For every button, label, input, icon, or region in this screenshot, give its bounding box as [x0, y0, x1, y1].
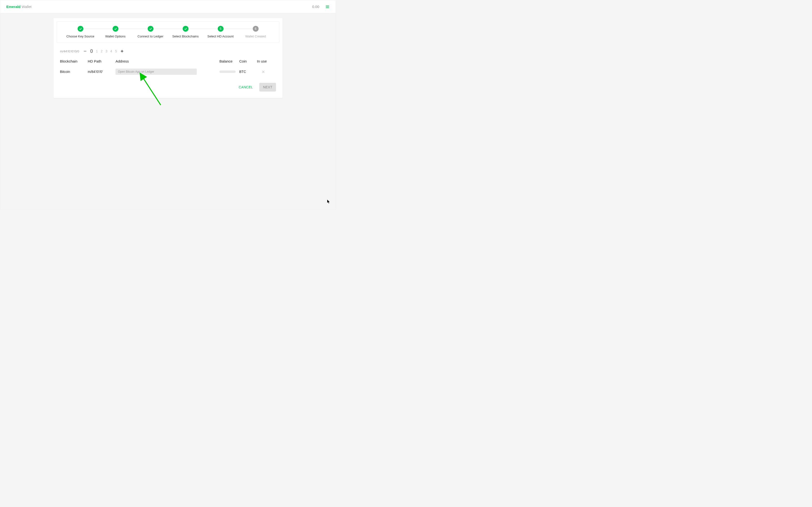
pager-minus-icon[interactable] [83, 49, 87, 53]
pager-page-1[interactable]: 1 [96, 49, 98, 53]
cell-blockchain: Bitcoin [60, 70, 88, 74]
hd-path-row: m/44'/0'/0'/0/0 0 1 2 3 4 5 [53, 48, 283, 54]
col-inuse: In use [257, 59, 270, 63]
step-label: Connect to Ledger [138, 35, 163, 38]
step-number-pending: 6 [253, 26, 259, 32]
cell-hdpath: m/84'/0'/0' [88, 70, 115, 74]
step-label: Wallet Options [105, 35, 125, 38]
step-choose-key-source: Choose Key Source [63, 26, 98, 38]
header-balance: 0.00 [312, 5, 319, 9]
step-label: Choose Key Source [66, 35, 95, 38]
app-header: Emerald Wallet 0.00 [0, 0, 336, 13]
stepper: Choose Key Source Wallet Options Connect… [63, 26, 273, 38]
pager-plus-icon[interactable] [120, 49, 124, 53]
pager-page-4[interactable]: 4 [110, 49, 112, 53]
main-content: Choose Key Source Wallet Options Connect… [0, 13, 336, 98]
header-right: 0.00 [312, 5, 329, 9]
check-icon [78, 26, 83, 32]
col-balance: Balance [219, 59, 239, 63]
step-select-blockchains: Select Blockchains [168, 26, 203, 38]
col-blockchain: Blockchain [60, 59, 88, 63]
close-icon[interactable] [257, 70, 270, 74]
table-header: Blockchain HD Path Address Balance Coin … [60, 58, 276, 68]
cancel-button[interactable]: CANCEL [235, 83, 257, 92]
pager-page-5[interactable]: 5 [115, 49, 117, 53]
pager-page-2[interactable]: 2 [101, 49, 103, 53]
account-pager: 0 1 2 3 4 5 [83, 48, 124, 54]
pager-page-0[interactable]: 0 [90, 48, 93, 54]
step-wallet-options: Wallet Options [98, 26, 133, 38]
step-wallet-created: 6 Wallet Created [238, 26, 273, 38]
col-coin: Coin [239, 59, 257, 63]
cell-address: Open Bitcoin App on Ledger [115, 68, 219, 75]
brand-primary: Emerald [6, 5, 20, 9]
col-address: Address [115, 59, 219, 63]
col-hdpath: HD Path [88, 59, 115, 63]
step-label: Select HD Account [207, 35, 234, 38]
table-row: Bitcoin m/84'/0'/0' Open Bitcoin App on … [60, 68, 276, 78]
hamburger-menu-icon[interactable] [325, 5, 329, 9]
step-select-hd-account: 5 Select HD Account [203, 26, 238, 38]
stepper-container: Choose Key Source Wallet Options Connect… [57, 21, 280, 43]
cell-coin: BTC [239, 70, 257, 74]
step-label: Select Blockchains [172, 35, 199, 38]
accounts-table: Blockchain HD Path Address Balance Coin … [53, 58, 283, 78]
brand-secondary: Wallet [20, 5, 32, 9]
check-icon [113, 26, 118, 32]
address-placeholder: Open Bitcoin App on Ledger [115, 68, 197, 75]
pager-page-3[interactable]: 3 [106, 49, 108, 53]
brand: Emerald Wallet [6, 5, 32, 9]
balance-loading-placeholder [219, 70, 236, 73]
check-icon [148, 26, 153, 32]
step-label: Wallet Created [245, 35, 266, 38]
cursor-icon [327, 200, 330, 204]
check-icon [183, 26, 189, 32]
step-connect-ledger: Connect to Ledger [133, 26, 168, 38]
cell-balance [219, 70, 239, 73]
step-number-active: 5 [218, 26, 223, 32]
wizard-card: Choose Key Source Wallet Options Connect… [53, 18, 283, 98]
next-button[interactable]: NEXT [259, 83, 276, 92]
hd-path-text: m/44'/0'/0'/0/0 [60, 50, 79, 53]
wizard-actions: CANCEL NEXT [53, 78, 283, 98]
